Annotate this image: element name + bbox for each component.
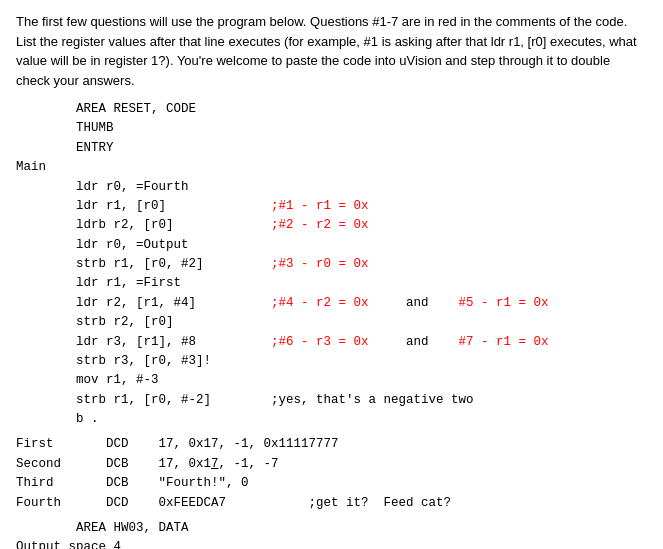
fourth-comment: ;get it? Feed cat? — [309, 494, 452, 513]
ldr-r1-code: ldr r1, [r0] — [16, 197, 271, 216]
area-hw03-code: AREA HW03, DATA — [16, 519, 189, 538]
area-hw03-line: AREA HW03, DATA — [16, 519, 647, 538]
comment-2: ;#2 - r2 = 0x — [271, 216, 369, 235]
mov-r1-line: mov r1, #-3 — [16, 371, 647, 390]
comment-5: #5 - r1 = 0x — [459, 294, 549, 313]
ldr-r1-line: ldr r1, [r0] ;#1 - r1 = 0x — [16, 197, 647, 216]
intro-paragraph: The first few questions will use the pro… — [16, 12, 647, 90]
b-dot-code: b . — [16, 410, 99, 429]
ldrb-r2-code: ldrb r2, [r0] — [16, 216, 271, 235]
fourth-label: Fourth DCD 0xFEEDCA7 — [16, 494, 309, 513]
area-reset-code: AREA RESET, CODE — [16, 100, 196, 119]
b-dot-line: b . — [16, 410, 647, 429]
third-data-line: Third DCB "Fourth!", 0 — [16, 474, 647, 493]
mov-r1-code: mov r1, #-3 — [16, 371, 159, 390]
comment-neg: ;yes, that's a negative two — [271, 391, 474, 410]
thumb-code: THUMB — [16, 119, 114, 138]
ldrb-r2-line: ldrb r2, [r0] ;#2 - r2 = 0x — [16, 216, 647, 235]
strb-r2-code: strb r2, [r0] — [16, 313, 174, 332]
strb-r3-code: strb r3, [r0, #3]! — [16, 352, 211, 371]
fourth-data-line: Fourth DCD 0xFEEDCA7 ;get it? Feed cat? — [16, 494, 647, 513]
strb-r1-code: strb r1, [r0, #2] — [16, 255, 271, 274]
strb-r1-line: strb r1, [r0, #2] ;#3 - r0 = 0x — [16, 255, 647, 274]
second-rest: , -1, -7 — [219, 455, 279, 474]
and-2: and — [369, 333, 459, 352]
comment-6: ;#6 - r3 = 0x — [271, 333, 369, 352]
ldr-r0-output-code: ldr r0, =Output — [16, 236, 189, 255]
thumb-line: THUMB — [16, 119, 647, 138]
comment-7: #7 - r1 = 0x — [459, 333, 549, 352]
code-block: AREA RESET, CODE THUMB ENTRY Main ldr r0… — [16, 100, 647, 549]
main-label-line: Main — [16, 158, 647, 177]
output-space-code: Output space 4 — [16, 538, 121, 549]
strb-r1-neg-code: strb r1, [r0, #-2] — [16, 391, 271, 410]
first-label: First DCD 17, 0x17, -1, 0x11117777 — [16, 435, 339, 454]
comment-3: ;#3 - r0 = 0x — [271, 255, 369, 274]
strb-r1-neg-line: strb r1, [r0, #-2] ;yes, that's a negati… — [16, 391, 647, 410]
ldr-r1-first-line: ldr r1, =First — [16, 274, 647, 293]
second-label: Second DCB 17, 0x1 — [16, 455, 211, 474]
ldr-r0-fourth-code: ldr r0, =Fourth — [16, 178, 189, 197]
entry-code: ENTRY — [16, 139, 114, 158]
strb-r3-line: strb r3, [r0, #3]! — [16, 352, 647, 371]
output-space-line: Output space 4 — [16, 538, 647, 549]
and-1: and — [369, 294, 459, 313]
ldr-r0-output-line: ldr r0, =Output — [16, 236, 647, 255]
ldr-r3-code: ldr r3, [r1], #8 — [16, 333, 271, 352]
comment-1: ;#1 - r1 = 0x — [271, 197, 369, 216]
third-label: Third DCB "Fourth!", 0 — [16, 474, 249, 493]
area-reset-line: AREA RESET, CODE — [16, 100, 647, 119]
ldr-r3-line: ldr r3, [r1], #8 ;#6 - r3 = 0x and #7 - … — [16, 333, 647, 352]
ldr-r2-r1-line: ldr r2, [r1, #4] ;#4 - r2 = 0x and #5 - … — [16, 294, 647, 313]
second-b: 7 — [211, 455, 219, 474]
ldr-r1-first-code: ldr r1, =First — [16, 274, 181, 293]
comment-4: ;#4 - r2 = 0x — [271, 294, 369, 313]
strb-r2-line: strb r2, [r0] — [16, 313, 647, 332]
main-label: Main — [16, 158, 71, 177]
first-data-line: First DCD 17, 0x17, -1, 0x11117777 — [16, 435, 647, 454]
ldr-r2-r1-code: ldr r2, [r1, #4] — [16, 294, 271, 313]
second-data-line: Second DCB 17, 0x17, -1, -7 — [16, 455, 647, 474]
entry-line: ENTRY — [16, 139, 647, 158]
ldr-r0-fourth-line: ldr r0, =Fourth — [16, 178, 647, 197]
